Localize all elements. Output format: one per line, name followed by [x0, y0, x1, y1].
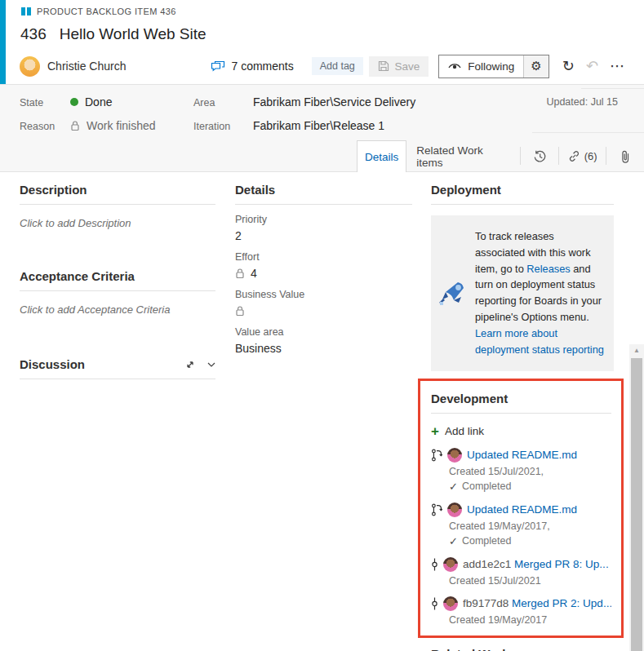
- scrollbar-thumb[interactable]: [631, 358, 642, 651]
- state-field[interactable]: Done: [70, 95, 112, 108]
- releases-link[interactable]: Releases: [526, 263, 570, 275]
- save-button[interactable]: Save: [369, 56, 429, 77]
- discussion-collapse-button[interactable]: [207, 362, 215, 367]
- pr-status: Completed: [462, 535, 511, 547]
- discussion-expand-button[interactable]: [184, 359, 196, 370]
- check-icon: ✓: [449, 480, 458, 493]
- chevron-down-icon: [207, 362, 215, 367]
- created-date: Created 15/Jul/2021: [449, 575, 611, 587]
- state-label: State: [20, 97, 43, 108]
- development-item: Updated README.md Created 19/May/2017, ✓…: [431, 503, 611, 547]
- pr-status: Completed: [462, 480, 511, 492]
- created-date: Created 19/May/2017,: [449, 520, 611, 532]
- refresh-button[interactable]: ↻: [562, 57, 575, 75]
- acceptance-criteria-title: Acceptance Criteria: [20, 269, 135, 283]
- meta-band: State Done Reason Work finished Area Fab…: [0, 84, 644, 139]
- work-item-header: PRODUCT BACKLOG ITEM 436 436 Hello World…: [0, 0, 644, 84]
- history-icon: [533, 150, 547, 163]
- updated-timestamp: Updated: Jul 15: [546, 96, 618, 108]
- deployment-info-box: To track releases associated with this w…: [431, 215, 614, 371]
- assignee-avatar[interactable]: [20, 56, 40, 77]
- learn-more-link[interactable]: Learn more about deployment status repor…: [475, 327, 604, 356]
- paperclip-icon: [621, 150, 629, 163]
- notification-settings-button[interactable]: ⚙: [523, 55, 548, 78]
- deployment-heading: Deployment: [431, 172, 614, 205]
- details-heading: Details: [235, 172, 412, 205]
- work-item-id: 436: [20, 25, 47, 43]
- tab-band: Details Related Work items: [0, 139, 644, 172]
- description-editor[interactable]: Click to add Description: [20, 217, 215, 229]
- links-count: (6): [584, 150, 597, 162]
- save-label: Save: [395, 60, 420, 73]
- following-eye-icon: [448, 62, 461, 70]
- reason-field: Work finished: [70, 119, 156, 132]
- following-label: Following: [468, 60, 514, 73]
- state-done-dot-icon: [70, 98, 78, 106]
- value-area-input[interactable]: Business: [235, 342, 412, 355]
- commit-icon: [431, 558, 438, 571]
- business-value-field: Business Value: [235, 289, 412, 317]
- work-item-type-row: PRODUCT BACKLOG ITEM 436: [20, 6, 176, 17]
- priority-input[interactable]: 2: [235, 229, 412, 242]
- product-backlog-item-icon: [20, 6, 32, 17]
- rocket-icon: [437, 277, 469, 309]
- discussion-title: Discussion: [20, 357, 85, 371]
- comments-button[interactable]: 7 comments: [211, 60, 293, 73]
- effort-value: 4: [251, 267, 257, 280]
- title-row: 436 Hello World Web Site: [20, 25, 207, 43]
- lock-icon: [70, 121, 80, 131]
- more-actions-button[interactable]: ⋯: [610, 57, 624, 75]
- pull-request-link[interactable]: Updated README.md: [467, 503, 577, 516]
- tab-details[interactable]: Details: [357, 140, 406, 172]
- avatar: [443, 557, 458, 572]
- priority-label: Priority: [235, 214, 412, 225]
- description-heading: Description: [20, 172, 215, 205]
- state-value: Done: [85, 95, 112, 108]
- value-area-field: Value area Business: [235, 326, 412, 355]
- commit-link[interactable]: Merged PR 2: Upd...: [512, 597, 611, 609]
- pull-request-icon: [431, 449, 442, 462]
- reason-value: Work finished: [87, 119, 156, 132]
- related-work-heading: Related Work: [431, 638, 614, 651]
- add-tag-button[interactable]: Add tag: [312, 57, 363, 75]
- tab-history[interactable]: [521, 140, 558, 172]
- description-title: Description: [20, 183, 87, 197]
- commit-link[interactable]: Merged PR 8: Up...: [514, 558, 609, 570]
- assignee-name[interactable]: Christie Church: [47, 60, 126, 73]
- more-icon: ⋯: [610, 58, 624, 74]
- gear-icon: ⚙: [531, 59, 541, 73]
- acceptance-criteria-editor[interactable]: Click to add Acceptance Criteria: [20, 303, 215, 316]
- development-item: fb9177d8 Merged PR 2: Upd... Created 19/…: [431, 596, 611, 626]
- tab-links[interactable]: (6): [559, 140, 606, 172]
- avatar: [447, 503, 462, 517]
- development-add-link-button[interactable]: + Add link: [431, 424, 611, 438]
- tab-related-work-items[interactable]: Related Work items: [406, 140, 520, 172]
- created-date: Created 15/Jul/2021,: [449, 466, 611, 477]
- development-title: Development: [431, 392, 508, 405]
- lock-icon: [235, 268, 245, 279]
- created-date: Created 19/May/2017: [449, 614, 611, 626]
- work-item-title-input[interactable]: Hello World Web Site: [60, 25, 207, 43]
- pull-request-link[interactable]: Updated README.md: [467, 449, 577, 461]
- comments-count-label: 7 comments: [231, 60, 293, 73]
- development-add-link-label: Add link: [445, 425, 484, 437]
- work-item-form: PRODUCT BACKLOG ITEM 436 436 Hello World…: [0, 0, 644, 651]
- following-button[interactable]: Following: [439, 55, 523, 78]
- undo-button[interactable]: ↶: [586, 57, 598, 75]
- vertical-scrollbar[interactable]: ▲: [629, 344, 644, 651]
- details-title: Details: [235, 183, 275, 197]
- iteration-field[interactable]: Fabrikam Fiber\Release 1: [253, 119, 384, 132]
- acceptance-criteria-heading: Acceptance Criteria: [20, 259, 215, 291]
- undo-icon: ↶: [586, 58, 598, 74]
- scroll-up-arrow-icon[interactable]: ▲: [629, 347, 644, 354]
- value-area-label: Value area: [235, 326, 412, 338]
- related-work-title: Related Work: [431, 647, 509, 651]
- effort-label: Effort: [235, 251, 412, 263]
- business-value-label: Business Value: [235, 289, 412, 300]
- area-field[interactable]: Fabrikam Fiber\Service Delivery: [253, 95, 415, 108]
- commit-icon: [431, 597, 438, 610]
- reason-label: Reason: [20, 121, 55, 132]
- tab-attachments[interactable]: [606, 140, 644, 172]
- iteration-label: Iteration: [193, 121, 230, 132]
- development-heading: Development: [431, 381, 611, 414]
